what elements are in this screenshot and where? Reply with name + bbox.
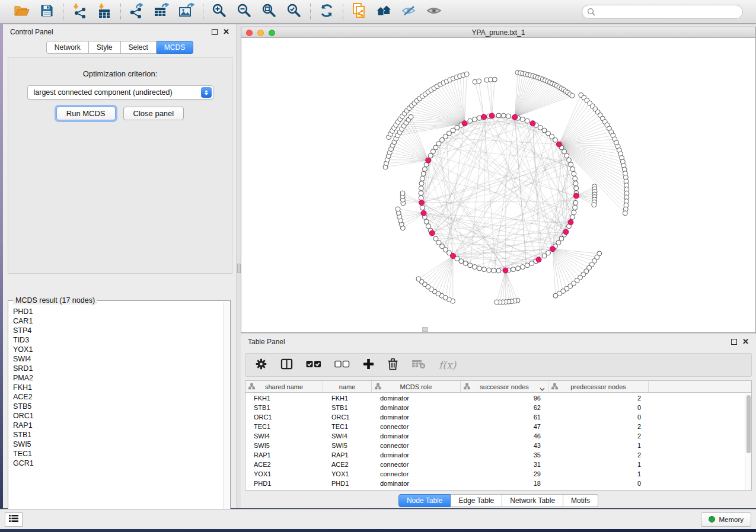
tab-select[interactable]: Select [121,41,157,54]
hierarchy-icon [248,383,255,391]
close-panel-icon[interactable]: ✕ [742,339,749,345]
cell-MCDS-role: dominator [372,403,461,412]
hierarchy-icon [464,383,470,391]
mcds-result-item[interactable]: STB5 [9,402,223,411]
close-panel-button[interactable]: Close panel [123,107,184,120]
run-mcds-button[interactable]: Run MCDS [56,107,116,120]
cell-shared-name: STB1 [245,403,323,412]
table-row[interactable]: TEC1TEC1connector472 [245,422,745,431]
function-builder-button[interactable]: f(x) [439,359,456,371]
deselect-all-button[interactable] [334,360,350,370]
table-row[interactable]: ORC1ORC1dominator610 [245,412,745,422]
horizontal-splitter-handle[interactable] [422,327,428,332]
table-row[interactable]: ACE2ACE2connector311 [245,460,745,469]
zoom-in-button[interactable] [211,4,228,20]
cell-successor-nodes: 35 [461,450,548,460]
select-all-button[interactable] [306,360,321,370]
column-header-successor-nodes[interactable]: successor nodes [461,381,548,392]
mcds-result-item[interactable]: TID3 [9,335,223,345]
network-view-canvas[interactable] [241,38,755,332]
control-panel: Control Panel ✕ NetworkStyleSelectMCDS O… [3,24,237,508]
zoom-out-button[interactable] [236,4,253,20]
close-window-icon[interactable] [246,30,253,36]
add-column-button[interactable] [363,358,374,371]
import-network-button[interactable] [71,4,88,20]
refresh-view-button[interactable] [318,4,335,20]
mcds-result-item[interactable]: ACE2 [9,392,223,402]
tab-network-table[interactable]: Network Table [502,494,563,507]
table-row[interactable]: PHD1PHD1dominator180 [245,479,745,488]
optimization-criterion-select[interactable]: largest connected component (undirected) [27,85,213,100]
first-neighbors-button[interactable] [376,4,393,20]
show-column-button[interactable] [280,358,293,371]
export-network-button[interactable] [129,4,145,20]
tab-node-table[interactable]: Node Table [398,494,451,507]
export-table-button[interactable] [154,4,170,20]
main-toolbar [0,0,756,24]
tab-mcds[interactable]: MCDS [157,41,193,54]
unchecked-boxes-icon [334,360,350,370]
table-mode-button[interactable] [255,358,267,372]
mcds-result-item[interactable]: GCR1 [9,459,223,468]
column-header-predecessor-nodes[interactable]: predecessor nodes [548,381,649,392]
close-panel-icon[interactable]: ✕ [223,29,229,35]
export-image-button[interactable] [178,4,195,20]
mcds-result-item[interactable]: RAP1 [9,421,223,430]
mcds-result-item[interactable]: SRD1 [9,364,223,373]
zoom-fit-button[interactable] [261,4,277,20]
tab-network[interactable]: Network [46,41,89,54]
zoom-selected-button[interactable] [286,4,302,20]
refresh-icon [319,3,334,20]
mcds-result-item[interactable]: STP4 [9,326,223,335]
mcds-result-item[interactable]: SWI4 [9,354,223,364]
maximize-window-icon[interactable] [269,30,275,36]
import-table-button[interactable] [96,4,113,20]
memory-button[interactable]: Memory [701,512,751,527]
show-all-button[interactable] [426,4,442,20]
save-session-button[interactable] [39,4,55,20]
mcds-list-scrollbar[interactable] [223,302,229,519]
table-row[interactable]: FKH1FKH1dominator962 [245,393,745,403]
delete-table-button[interactable] [412,359,426,371]
clone-network-button[interactable] [351,4,368,20]
search-icon [587,8,595,18]
table-scrollbar-thumb[interactable] [747,395,751,453]
cell-successor-nodes: 29 [461,469,548,479]
tab-style[interactable]: Style [89,41,121,54]
cell-successor-nodes: 46 [461,431,548,441]
tab-motifs[interactable]: Motifs [563,494,598,507]
cell-predecessor-nodes: 2 [548,422,649,431]
column-header-MCDS-role[interactable]: MCDS role [372,381,461,392]
column-header-name[interactable]: name [323,381,372,392]
minimize-window-icon[interactable] [257,30,264,36]
hide-selected-button[interactable] [401,4,417,20]
mcds-result-item[interactable]: SWI5 [9,440,223,449]
network-window-titlebar[interactable]: YPA_prune.txt_1 [241,27,755,38]
table-row[interactable]: STB1STB1dominator620 [245,403,745,412]
column-header-shared-name[interactable]: shared name [245,381,323,392]
float-panel-icon[interactable] [731,339,737,345]
mcds-result-item[interactable]: STB1 [9,430,223,440]
search-input[interactable] [582,5,743,19]
cell-successor-nodes: 61 [461,412,548,422]
tab-edge-table[interactable]: Edge Table [451,494,502,507]
float-panel-icon[interactable] [212,29,218,35]
mcds-result-item[interactable]: PMA2 [9,373,223,383]
delete-column-button[interactable] [387,358,398,372]
mcds-result-item[interactable]: YOX1 [9,345,223,354]
mcds-result-item[interactable]: ORC1 [9,411,223,421]
table-scrollbar[interactable] [745,393,751,490]
mcds-result-item[interactable]: CAR1 [9,316,223,326]
open-session-button[interactable] [14,4,30,20]
table-row[interactable]: RAP1RAP1dominator352 [245,450,745,460]
mcds-result-list[interactable]: PHD1CAR1STP4TID3YOX1SWI4SRD1PMA2FKH1ACE2… [9,307,223,519]
mcds-result-item[interactable]: FKH1 [9,383,223,392]
column-header-label: successor nodes [480,383,529,390]
task-history-button[interactable] [5,512,23,527]
cell-shared-name: TEC1 [245,422,323,431]
mcds-result-item[interactable]: PHD1 [9,307,223,316]
table-row[interactable]: YOX1YOX1connector291 [245,469,745,479]
table-row[interactable]: SWI5SWI5connector431 [245,441,745,450]
table-row[interactable]: SWI4SWI4dominator462 [245,431,745,441]
mcds-result-item[interactable]: TEC1 [9,449,223,459]
